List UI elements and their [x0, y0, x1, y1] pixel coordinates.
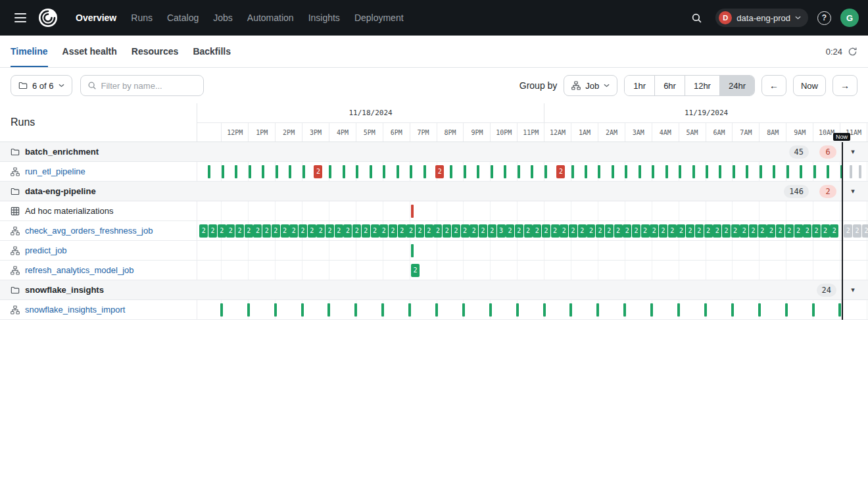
run-mark[interactable]: 2 [281, 224, 289, 238]
run-mark[interactable]: 2 [749, 224, 758, 238]
run-mark[interactable]: 2 [316, 224, 325, 238]
run-mark[interactable] [518, 165, 520, 178]
run-mark[interactable] [773, 165, 775, 178]
row-label[interactable]: run_etl_pipeline [25, 166, 85, 176]
run-mark[interactable] [850, 165, 852, 178]
run-mark[interactable]: 2 [560, 224, 568, 238]
run-mark[interactable] [731, 303, 734, 317]
run-mark[interactable] [383, 165, 385, 178]
run-mark[interactable] [397, 165, 399, 178]
run-mark[interactable]: 2 [326, 224, 334, 238]
run-mark[interactable] [247, 303, 250, 317]
run-mark[interactable] [302, 165, 305, 178]
run-mark[interactable]: 2 [308, 224, 316, 238]
range-1hr[interactable]: 1hr [625, 76, 654, 95]
nav-item-catalog[interactable]: Catalog [160, 9, 206, 27]
run-mark[interactable] [435, 303, 438, 317]
timeline-group-row-data-eng-pipeline[interactable]: data-eng-pipeline1462▾ [0, 182, 868, 201]
run-mark[interactable]: 2 [596, 224, 604, 238]
run-mark[interactable]: 2 [245, 224, 253, 238]
run-mark[interactable] [760, 165, 762, 178]
run-mark[interactable]: 2 [362, 224, 370, 238]
run-mark[interactable] [343, 165, 345, 178]
run-mark[interactable] [679, 165, 681, 178]
run-mark[interactable] [408, 303, 411, 317]
run-mark[interactable]: 2 [506, 224, 514, 238]
run-mark[interactable]: 2 [425, 224, 433, 238]
run-mark[interactable] [516, 303, 519, 317]
group-by-select[interactable]: Job [564, 75, 617, 96]
run-mark[interactable]: 2 [641, 224, 650, 238]
run-mark[interactable] [746, 165, 748, 178]
run-mark[interactable]: 2 [289, 224, 298, 238]
help-icon[interactable]: ? [817, 11, 831, 25]
run-mark[interactable]: 2 [226, 224, 235, 238]
run-mark[interactable]: 2 [371, 224, 379, 238]
run-mark[interactable]: 2 [803, 224, 811, 238]
nav-item-jobs[interactable]: Jobs [206, 9, 240, 27]
run-mark[interactable]: 2 [713, 224, 721, 238]
run-mark[interactable] [477, 165, 479, 178]
run-mark[interactable] [531, 165, 533, 178]
tab-timeline[interactable]: Timeline [11, 36, 48, 67]
run-mark[interactable]: 2 [844, 224, 852, 238]
run-mark[interactable]: 2 [461, 224, 470, 238]
run-mark[interactable]: 2 [411, 264, 420, 277]
run-mark[interactable] [235, 165, 237, 178]
nav-item-insights[interactable]: Insights [301, 9, 347, 27]
run-mark[interactable]: 2 [569, 224, 577, 238]
deployment-switcher[interactable]: D data-eng-prod [715, 9, 808, 27]
run-mark[interactable]: 2 [650, 224, 658, 238]
run-mark[interactable]: 2 [686, 224, 694, 238]
run-mark[interactable] [569, 303, 572, 317]
run-mark[interactable]: 2 [235, 224, 244, 238]
run-mark[interactable] [733, 165, 735, 178]
nav-item-deployment[interactable]: Deployment [347, 9, 411, 27]
run-mark[interactable]: 2 [776, 224, 784, 238]
run-mark[interactable]: 2 [767, 224, 775, 238]
run-mark[interactable]: 2 [389, 224, 397, 238]
run-mark[interactable]: 2 [632, 224, 640, 238]
run-mark[interactable]: 2 [668, 224, 677, 238]
run-mark[interactable]: 2 [587, 224, 595, 238]
run-mark[interactable]: 2 [785, 224, 794, 238]
run-mark[interactable] [571, 165, 574, 178]
refresh-icon[interactable] [848, 47, 857, 57]
run-mark[interactable]: 2 [853, 224, 861, 238]
run-mark[interactable]: 2 [740, 224, 748, 238]
run-mark[interactable]: 2 [542, 224, 550, 238]
avatar[interactable]: G [840, 9, 859, 27]
run-mark[interactable] [489, 303, 492, 317]
run-mark[interactable]: 2 [488, 224, 496, 238]
run-mark[interactable] [381, 303, 384, 317]
timeline-group-row-batch-enrichment[interactable]: batch_enrichment456▾ [0, 142, 868, 162]
run-mark[interactable] [677, 303, 680, 317]
run-mark[interactable] [800, 165, 802, 178]
run-mark[interactable]: 2 [862, 224, 868, 238]
run-mark[interactable]: 2 [830, 224, 838, 238]
run-mark[interactable] [650, 303, 653, 317]
row-label[interactable]: check_avg_orders_freshness_job [25, 226, 153, 236]
run-mark[interactable]: 2 [794, 224, 803, 238]
timeline-now-button[interactable]: Now [793, 75, 826, 96]
nav-item-runs[interactable]: Runs [124, 9, 160, 27]
run-mark[interactable] [786, 165, 789, 178]
run-mark[interactable]: 2 [433, 224, 442, 238]
run-mark[interactable] [596, 303, 599, 317]
tab-asset-health[interactable]: Asset health [62, 36, 117, 67]
run-mark[interactable]: 2 [515, 224, 523, 238]
filter-input[interactable] [101, 81, 197, 91]
run-mark[interactable]: 2 [470, 224, 478, 238]
run-mark[interactable]: 2 [452, 224, 460, 238]
run-mark[interactable]: 2 [524, 224, 533, 238]
run-mark[interactable]: 2 [208, 224, 217, 238]
run-mark[interactable] [289, 165, 291, 178]
run-mark[interactable]: 2 [623, 224, 631, 238]
run-mark[interactable]: 2 [821, 224, 830, 238]
run-mark[interactable] [758, 303, 761, 317]
run-mark[interactable]: 2 [731, 224, 740, 238]
run-mark[interactable] [327, 303, 330, 317]
run-mark[interactable] [208, 165, 210, 178]
menu-icon[interactable] [9, 7, 32, 29]
run-mark[interactable] [625, 165, 627, 178]
